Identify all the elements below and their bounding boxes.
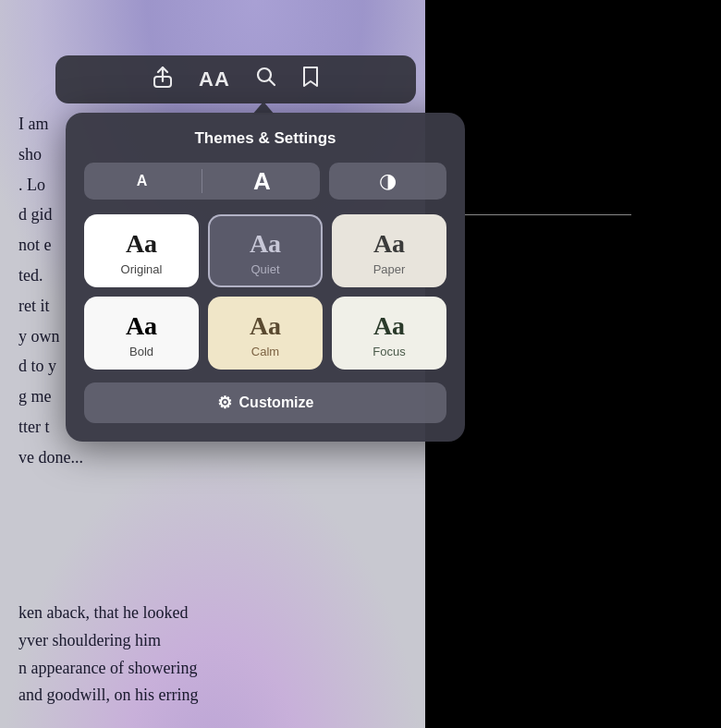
theme-quiet-name: Quiet	[251, 262, 279, 276]
font-controls-row: A A ◑	[84, 163, 446, 200]
theme-focus-card[interactable]: Aa Focus	[332, 297, 446, 370]
background-right	[425, 0, 721, 728]
theme-calm-aa: Aa	[250, 311, 281, 341]
bookmark-icon[interactable]	[302, 66, 319, 93]
theme-focus-aa: Aa	[373, 311, 405, 341]
theme-original-name: Original	[121, 262, 163, 276]
theme-calm-card[interactable]: Aa Calm	[208, 297, 323, 370]
theme-grid: Aa Original Aa Quiet Aa Paper Aa Bold Aa…	[84, 214, 446, 370]
themes-settings-panel: Themes & Settings A A ◑ Aa Original Aa Q…	[66, 113, 465, 442]
theme-quiet-aa: Aa	[250, 229, 281, 259]
theme-quiet-card[interactable]: Aa Quiet	[208, 214, 323, 287]
theme-paper-card[interactable]: Aa Paper	[332, 214, 446, 287]
share-icon[interactable]	[153, 67, 173, 93]
search-icon[interactable]	[256, 67, 276, 92]
theme-paper-name: Paper	[373, 262, 406, 276]
theme-bold-name: Bold	[129, 345, 153, 358]
brightness-button[interactable]: ◑	[329, 163, 446, 200]
toolbar: AA	[55, 55, 416, 103]
svg-line-2	[269, 80, 275, 86]
font-divider	[202, 169, 202, 193]
theme-calm-name: Calm	[251, 345, 279, 358]
customize-icon: ⚙	[217, 393, 232, 413]
theme-original-aa: Aa	[126, 229, 157, 259]
book-text-bottom: ken aback, that he looked yver shoulderi…	[0, 600, 360, 728]
decrease-font-button[interactable]: A	[84, 163, 200, 200]
theme-paper-aa: Aa	[373, 229, 405, 259]
theme-focus-name: Focus	[373, 345, 405, 358]
customize-label: Customize	[239, 394, 314, 411]
theme-bold-card[interactable]: Aa Bold	[84, 297, 199, 370]
increase-font-button[interactable]: A	[204, 163, 320, 200]
theme-bold-aa: Aa	[126, 311, 157, 341]
panel-title: Themes & Settings	[84, 129, 446, 148]
font-size-icon[interactable]: AA	[199, 67, 230, 91]
font-size-control: A A	[84, 163, 320, 200]
customize-button[interactable]: ⚙ Customize	[84, 382, 446, 423]
theme-original-card[interactable]: Aa Original	[84, 214, 199, 287]
callout-line	[465, 214, 631, 215]
